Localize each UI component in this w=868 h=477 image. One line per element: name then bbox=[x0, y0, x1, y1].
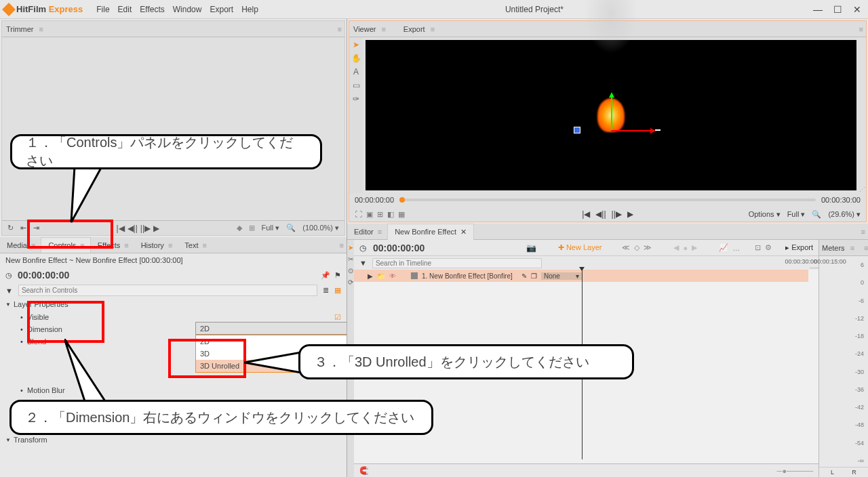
frame-fwd-icon[interactable]: ||▶ bbox=[140, 224, 151, 233]
tab-bonfire[interactable]: New Bonfire Effect✕ bbox=[387, 224, 474, 240]
timeline-search-input[interactable] bbox=[372, 258, 542, 268]
close-tab-icon[interactable]: ✕ bbox=[460, 228, 467, 236]
panel-menu-icon[interactable]: ≡ bbox=[340, 241, 342, 249]
marker-icon[interactable]: ◆ bbox=[237, 224, 242, 232]
crop-icon[interactable]: ⛶ bbox=[355, 210, 362, 219]
panel-menu-icon[interactable]: ≡ bbox=[859, 25, 862, 33]
pen-tool-icon[interactable]: ✑ bbox=[353, 94, 359, 104]
grid-view-icon[interactable]: ▦ bbox=[334, 286, 341, 295]
tab-editor[interactable]: Editor≡ bbox=[347, 224, 387, 239]
magnify-icon[interactable]: 🔍 bbox=[286, 224, 296, 232]
viewer-time-current[interactable]: 00:00:00:00 bbox=[355, 196, 394, 204]
nav-prev-icon[interactable]: ◇ bbox=[634, 243, 639, 252]
quality-dropdown[interactable]: Full ▾ bbox=[787, 210, 806, 219]
tab-text[interactable]: Text≡ bbox=[178, 238, 212, 253]
maximize-icon[interactable]: ☐ bbox=[831, 4, 845, 15]
kf-prev-icon[interactable]: ◀ bbox=[673, 243, 679, 252]
filter-icon[interactable]: ▼ bbox=[5, 287, 13, 295]
pointer-icon[interactable]: ➤ bbox=[348, 244, 353, 251]
gizmo-x-axis[interactable] bbox=[611, 130, 652, 131]
menu-export[interactable]: Export bbox=[210, 5, 233, 14]
gizmo-y-axis[interactable] bbox=[611, 96, 612, 130]
kf-next-icon[interactable]: ▶ bbox=[692, 243, 697, 252]
grid-icon[interactable]: ⊞ bbox=[377, 210, 383, 219]
rate-icon[interactable]: ⟳ bbox=[348, 278, 353, 286]
pin-icon[interactable]: 📌 bbox=[321, 271, 330, 280]
3d-icon[interactable]: ❒ bbox=[531, 272, 537, 280]
options-icon[interactable]: ⚙ bbox=[765, 243, 772, 252]
scrub-bar[interactable] bbox=[399, 199, 816, 201]
close-icon[interactable]: ✕ bbox=[850, 4, 864, 15]
export-tab[interactable]: Export bbox=[403, 25, 425, 33]
export-button[interactable]: ▸ Export bbox=[785, 243, 813, 252]
viewer-canvas[interactable] bbox=[366, 40, 856, 190]
filter-icon[interactable]: ▼ bbox=[359, 259, 367, 267]
skip-start-icon[interactable]: |◀ bbox=[582, 209, 590, 219]
minimize-icon[interactable]: — bbox=[810, 4, 825, 15]
new-layer-button[interactable]: ✚ New Layer bbox=[558, 243, 602, 252]
nav-next-icon[interactable]: ≫ bbox=[644, 243, 652, 252]
quality-dropdown[interactable]: Full ▾ bbox=[262, 224, 280, 232]
zoom-dropdown[interactable]: (100.0%) ▾ bbox=[302, 224, 339, 232]
frame-back-icon[interactable]: ◀|| bbox=[595, 209, 606, 219]
camera-icon[interactable]: 📷 bbox=[526, 243, 536, 253]
ratio-icon[interactable]: ⊞ bbox=[249, 224, 255, 232]
frame-fwd-icon[interactable]: ||▶ bbox=[612, 209, 622, 219]
expand-icon[interactable]: ▶ bbox=[368, 272, 373, 280]
nav-start-icon[interactable]: ≪ bbox=[622, 243, 630, 252]
resize-handle-icon[interactable]: ⋰ bbox=[859, 186, 865, 193]
menu-help[interactable]: Help bbox=[241, 5, 258, 14]
dimension-selected[interactable]: 2D▾ bbox=[195, 322, 347, 335]
list-view-icon[interactable]: ≣ bbox=[323, 286, 329, 295]
folder-icon[interactable]: 📁 bbox=[377, 272, 385, 280]
menu-file[interactable]: File bbox=[96, 5, 109, 14]
text-tool-icon[interactable]: A bbox=[353, 67, 359, 77]
eye-icon[interactable]: 👁 bbox=[389, 272, 396, 280]
rect-tool-icon[interactable]: ▭ bbox=[353, 81, 360, 90]
safe-zone-icon[interactable]: ▣ bbox=[366, 210, 373, 219]
gizmo-z-handle[interactable] bbox=[574, 127, 580, 133]
menu-effects[interactable]: Effects bbox=[140, 5, 164, 14]
gizmo-scale-handle[interactable] bbox=[655, 129, 660, 131]
play-icon[interactable]: ▶ bbox=[627, 209, 633, 219]
flag-icon[interactable]: ⚑ bbox=[334, 271, 341, 280]
loop-icon[interactable]: ↻ bbox=[7, 224, 14, 232]
snap-icon[interactable]: ⊙ bbox=[348, 267, 353, 274]
track-clip[interactable] bbox=[582, 270, 808, 282]
more-icon[interactable]: … bbox=[732, 244, 740, 252]
bg-icon[interactable]: ▦ bbox=[398, 210, 405, 219]
search-input[interactable] bbox=[18, 285, 317, 296]
controls-time[interactable]: 00:00:00:00 bbox=[18, 270, 69, 281]
panel-menu-icon[interactable]: ≡ bbox=[861, 228, 864, 236]
timeline-time[interactable]: 00:00:00:00 bbox=[373, 243, 425, 253]
menu-edit[interactable]: Edit bbox=[118, 5, 132, 14]
frame-back-icon[interactable]: ◀|| bbox=[127, 224, 138, 233]
hand-icon[interactable]: ✋ bbox=[351, 54, 361, 63]
timeline-ruler[interactable]: 00:00:15:00 00:00:30:00 bbox=[810, 256, 818, 268]
menu-window[interactable]: Window bbox=[173, 5, 202, 14]
magnet-icon[interactable]: 🧲 bbox=[359, 466, 369, 475]
timeline-track[interactable]: ▶ 📁 👁 1. New Bonfire Effect [Bonfire] ✎ … bbox=[354, 270, 818, 282]
channels-icon[interactable]: ◧ bbox=[387, 210, 394, 219]
playhead-icon[interactable] bbox=[399, 197, 405, 203]
section-transform[interactable]: ▼Transform bbox=[0, 433, 347, 447]
kf-dot-icon[interactable]: ● bbox=[683, 244, 688, 252]
pen-icon[interactable]: ✎ bbox=[521, 272, 527, 280]
play-icon[interactable]: ▶ bbox=[153, 224, 159, 233]
pointer-icon[interactable]: ➤ bbox=[353, 40, 359, 49]
parent-dropdown[interactable]: None▾ bbox=[541, 272, 582, 280]
in-icon[interactable]: ⇤ bbox=[20, 224, 26, 232]
viewer-tab[interactable]: Viewer bbox=[353, 25, 376, 33]
checkbox-icon[interactable]: ☑ bbox=[334, 313, 341, 322]
zoom-slider[interactable]: ─●───── bbox=[777, 467, 813, 475]
tab-history[interactable]: History≡ bbox=[134, 238, 178, 253]
magnify-icon[interactable]: 🔍 bbox=[812, 210, 821, 219]
options-dropdown[interactable]: Options ▾ bbox=[749, 210, 781, 219]
layer-color-icon[interactable] bbox=[411, 272, 418, 279]
panel-menu-icon[interactable]: ≡ bbox=[338, 25, 340, 33]
zoom-tl-icon[interactable]: ⊡ bbox=[755, 243, 761, 252]
zoom-dropdown[interactable]: (29.6%) ▾ bbox=[828, 210, 861, 219]
slice-icon[interactable]: ✂ bbox=[348, 255, 353, 263]
skip-start-icon[interactable]: |◀ bbox=[116, 224, 124, 233]
graph-icon[interactable]: 📈 bbox=[719, 243, 728, 252]
